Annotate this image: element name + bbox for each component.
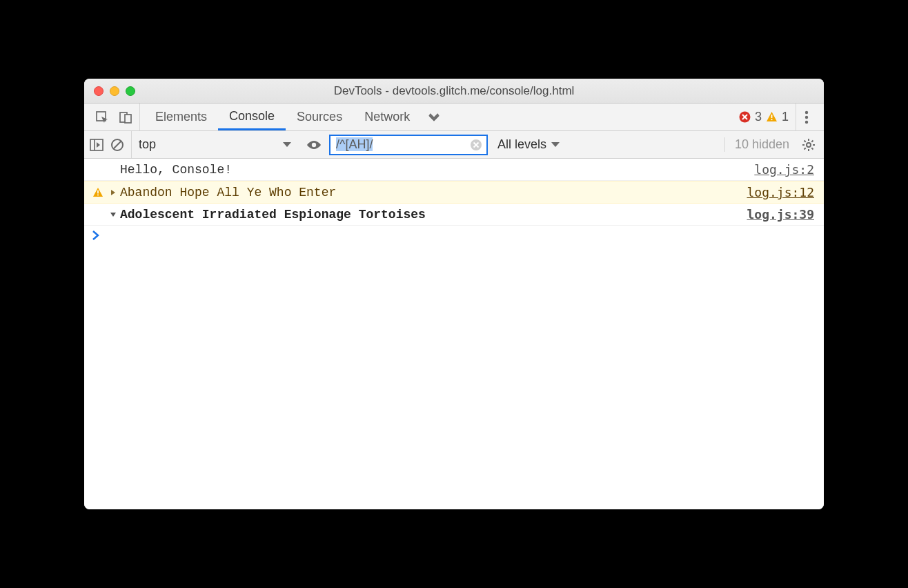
tabs-overflow-button[interactable] [421,104,447,130]
window-minimize-button[interactable] [110,86,119,96]
log-source-link[interactable]: log.js:12 [747,185,814,199]
filter-input[interactable]: /^[AH]/ [329,135,488,155]
log-message: Abandon Hope All Ye Who Enter [120,186,747,199]
svg-rect-25 [97,194,99,195]
console-output: Hello, Console! log.js:2 Abandon Hope Al… [84,159,824,509]
main-tabs-bar: Elements Console Sources Network 3 1 [84,104,824,131]
clear-console-icon[interactable] [110,138,124,152]
svg-point-13 [312,142,316,146]
devtools-window: DevTools - devtools.glitch.me/console/lo… [84,79,824,509]
tab-label: Network [364,110,410,124]
log-message: Hello, Console! [120,163,754,177]
issue-badges[interactable]: 3 1 [739,104,796,130]
svg-point-15 [807,143,811,147]
error-icon [739,111,751,123]
error-count: 3 [755,110,762,124]
warning-icon [766,111,778,123]
tabs: Elements Console Sources Network [144,104,421,130]
svg-line-23 [811,140,813,141]
svg-rect-24 [97,190,99,193]
log-levels-selector[interactable]: All levels [495,137,563,152]
tab-label: Sources [297,110,342,124]
log-source-link[interactable]: log.js:2 [754,162,814,177]
clear-filter-icon[interactable] [468,139,484,151]
prompt-chevron-icon [91,230,101,241]
window-title: DevTools - devtools.glitch.me/console/lo… [84,84,824,98]
console-toolbar: top /^[AH]/ All levels 10 hidden [84,131,824,159]
levels-label: All levels [497,137,546,152]
tab-elements[interactable]: Elements [144,104,218,130]
chevron-down-icon [551,141,560,148]
tab-label: Elements [155,110,207,124]
tab-network[interactable]: Network [353,104,421,130]
window-maximize-button[interactable] [126,86,135,96]
console-prompt[interactable] [84,226,824,245]
chevron-down-icon [282,141,292,148]
titlebar: DevTools - devtools.glitch.me/console/lo… [84,79,824,104]
log-source-link[interactable]: log.js:39 [747,207,814,222]
execution-context-selector[interactable]: top [131,131,299,158]
context-value: top [139,137,277,152]
warning-icon [90,187,106,198]
svg-rect-5 [771,119,773,120]
tab-console[interactable]: Console [218,104,286,130]
traffic-lights [94,86,135,96]
log-message: Adolescent Irradiated Espionage Tortoise… [120,208,747,222]
svg-line-20 [805,140,806,141]
svg-rect-4 [771,115,773,118]
hidden-messages-count[interactable]: 10 hidden [724,137,789,152]
console-row-warn[interactable]: Abandon Hope All Ye Who Enter log.js:12 [84,181,824,204]
device-toolbar-icon[interactable] [119,110,132,124]
svg-point-8 [805,120,808,123]
console-sidebar-toggle-icon[interactable] [90,139,103,151]
console-row-group[interactable]: Adolescent Irradiated Espionage Tortoise… [84,204,824,226]
svg-point-7 [805,115,808,118]
svg-rect-2 [125,115,131,123]
svg-point-6 [805,110,808,113]
disclosure-triangle-icon[interactable] [106,211,120,218]
inspect-element-icon[interactable] [95,110,109,124]
filter-input-text: /^[AH]/ [336,137,374,152]
svg-line-12 [114,141,121,148]
svg-line-21 [811,148,813,149]
console-settings-icon[interactable] [796,138,817,152]
tab-label: Console [229,109,275,124]
disclosure-triangle-icon[interactable] [106,189,120,196]
console-row-log[interactable]: Hello, Console! log.js:2 [84,159,824,181]
warning-count: 1 [782,110,789,124]
kebab-menu-icon[interactable] [796,104,817,130]
tab-sources[interactable]: Sources [286,104,353,130]
svg-line-22 [805,148,806,149]
live-expression-icon[interactable] [306,139,322,150]
window-close-button[interactable] [94,86,103,96]
